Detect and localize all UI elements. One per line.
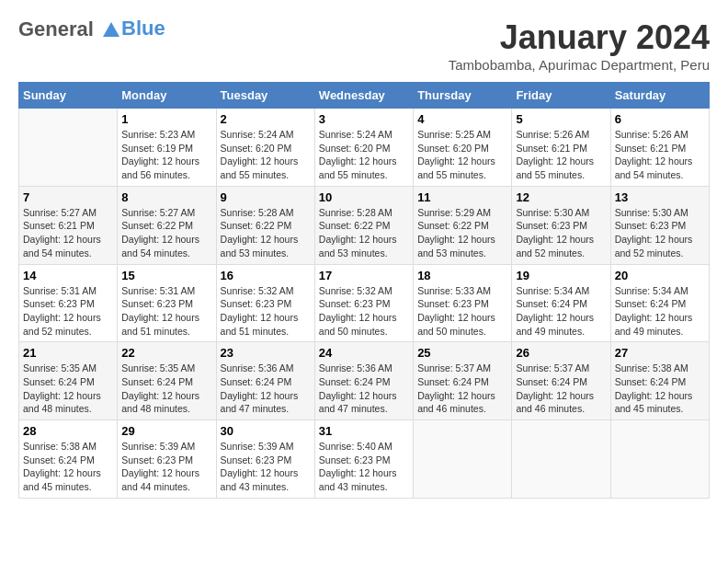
day-number: 28 <box>23 424 113 438</box>
cell-info: Sunrise: 5:26 AMSunset: 6:21 PMDaylight:… <box>516 128 606 182</box>
day-number: 11 <box>417 190 507 204</box>
calendar-cell: 15Sunrise: 5:31 AMSunset: 6:23 PMDayligh… <box>118 264 216 342</box>
calendar-table: SundayMondayTuesdayWednesdayThursdayFrid… <box>18 82 710 499</box>
calendar-cell: 5Sunrise: 5:26 AMSunset: 6:21 PMDaylight… <box>512 109 610 187</box>
calendar-cell <box>610 420 709 499</box>
day-number: 13 <box>615 190 705 204</box>
cell-info: Sunrise: 5:31 AMSunset: 6:23 PMDaylight:… <box>23 284 113 339</box>
calendar-cell: 13Sunrise: 5:30 AMSunset: 6:23 PMDayligh… <box>610 186 709 264</box>
day-number: 29 <box>121 424 211 438</box>
day-number: 8 <box>121 190 211 204</box>
cell-info: Sunrise: 5:30 AMSunset: 6:23 PMDaylight:… <box>615 206 705 260</box>
cell-info: Sunrise: 5:27 AMSunset: 6:21 PMDaylight:… <box>23 206 113 260</box>
day-number: 23 <box>221 346 311 360</box>
calendar-week-1: 1Sunrise: 5:23 AMSunset: 6:19 PMDaylight… <box>19 109 710 187</box>
cell-info: Sunrise: 5:30 AMSunset: 6:23 PMDaylight:… <box>516 206 606 260</box>
cell-info: Sunrise: 5:38 AMSunset: 6:24 PMDaylight:… <box>615 362 705 416</box>
calendar-cell: 16Sunrise: 5:32 AMSunset: 6:23 PMDayligh… <box>216 264 314 342</box>
day-number: 25 <box>417 346 507 360</box>
header-row: SundayMondayTuesdayWednesdayThursdayFrid… <box>19 83 710 109</box>
calendar-cell: 14Sunrise: 5:31 AMSunset: 6:23 PMDayligh… <box>19 264 118 342</box>
calendar-cell: 19Sunrise: 5:34 AMSunset: 6:24 PMDayligh… <box>512 264 610 342</box>
day-number: 3 <box>319 112 409 126</box>
day-number: 22 <box>121 346 211 360</box>
calendar-week-2: 7Sunrise: 5:27 AMSunset: 6:21 PMDaylight… <box>19 186 710 264</box>
calendar-cell: 3Sunrise: 5:24 AMSunset: 6:20 PMDaylight… <box>314 109 413 187</box>
day-number: 6 <box>615 112 705 126</box>
day-number: 5 <box>516 112 606 126</box>
cell-info: Sunrise: 5:36 AMSunset: 6:24 PMDaylight:… <box>221 362 311 416</box>
title-block: January 2024 Tambobamba, Apurimac Depart… <box>449 18 710 73</box>
calendar-cell: 2Sunrise: 5:24 AMSunset: 6:20 PMDaylight… <box>216 109 314 187</box>
cell-info: Sunrise: 5:28 AMSunset: 6:22 PMDaylight:… <box>319 206 409 260</box>
day-number: 18 <box>417 269 507 282</box>
calendar-cell: 1Sunrise: 5:23 AMSunset: 6:19 PMDaylight… <box>118 109 216 187</box>
svg-marker-0 <box>103 22 119 37</box>
day-number: 14 <box>23 269 113 282</box>
day-number: 17 <box>319 269 409 282</box>
calendar-cell: 23Sunrise: 5:36 AMSunset: 6:24 PMDayligh… <box>216 342 314 420</box>
calendar-cell: 28Sunrise: 5:38 AMSunset: 6:24 PMDayligh… <box>19 420 118 499</box>
cell-info: Sunrise: 5:24 AMSunset: 6:20 PMDaylight:… <box>221 128 311 182</box>
calendar-cell <box>512 420 610 499</box>
calendar-cell: 31Sunrise: 5:40 AMSunset: 6:23 PMDayligh… <box>314 420 413 499</box>
month-title: January 2024 <box>449 18 710 57</box>
day-number: 20 <box>615 269 705 282</box>
cell-info: Sunrise: 5:26 AMSunset: 6:21 PMDaylight:… <box>615 128 705 182</box>
cell-info: Sunrise: 5:32 AMSunset: 6:23 PMDaylight:… <box>221 284 311 339</box>
cell-info: Sunrise: 5:31 AMSunset: 6:23 PMDaylight:… <box>121 284 211 339</box>
header-wednesday: Wednesday <box>314 83 413 109</box>
cell-info: Sunrise: 5:33 AMSunset: 6:23 PMDaylight:… <box>417 284 507 339</box>
cell-info: Sunrise: 5:32 AMSunset: 6:23 PMDaylight:… <box>319 284 409 339</box>
calendar-cell: 9Sunrise: 5:28 AMSunset: 6:22 PMDaylight… <box>216 186 314 264</box>
day-number: 4 <box>417 112 507 126</box>
cell-info: Sunrise: 5:37 AMSunset: 6:24 PMDaylight:… <box>516 362 606 416</box>
calendar-cell: 20Sunrise: 5:34 AMSunset: 6:24 PMDayligh… <box>610 264 709 342</box>
day-number: 16 <box>221 269 311 282</box>
cell-info: Sunrise: 5:27 AMSunset: 6:22 PMDaylight:… <box>121 206 211 260</box>
header-sunday: Sunday <box>19 83 118 109</box>
calendar-cell: 10Sunrise: 5:28 AMSunset: 6:22 PMDayligh… <box>314 186 413 264</box>
page-header: General Blue January 2024 Tambobamba, Ap… <box>18 18 710 73</box>
cell-info: Sunrise: 5:36 AMSunset: 6:24 PMDaylight:… <box>319 362 409 416</box>
calendar-cell: 27Sunrise: 5:38 AMSunset: 6:24 PMDayligh… <box>610 342 709 420</box>
cell-info: Sunrise: 5:34 AMSunset: 6:24 PMDaylight:… <box>615 284 705 339</box>
day-number: 10 <box>319 190 409 204</box>
day-number: 31 <box>319 424 409 438</box>
cell-info: Sunrise: 5:25 AMSunset: 6:20 PMDaylight:… <box>417 128 507 182</box>
calendar-cell: 30Sunrise: 5:39 AMSunset: 6:23 PMDayligh… <box>216 420 314 499</box>
header-tuesday: Tuesday <box>216 83 314 109</box>
calendar-cell: 17Sunrise: 5:32 AMSunset: 6:23 PMDayligh… <box>314 264 413 342</box>
calendar-cell <box>19 109 118 187</box>
cell-info: Sunrise: 5:34 AMSunset: 6:24 PMDaylight:… <box>516 284 606 339</box>
calendar-cell: 29Sunrise: 5:39 AMSunset: 6:23 PMDayligh… <box>118 420 216 499</box>
logo-icon <box>101 20 121 40</box>
logo-blue: Blue <box>121 17 165 40</box>
cell-info: Sunrise: 5:38 AMSunset: 6:24 PMDaylight:… <box>23 440 113 494</box>
cell-info: Sunrise: 5:37 AMSunset: 6:24 PMDaylight:… <box>417 362 507 416</box>
cell-info: Sunrise: 5:35 AMSunset: 6:24 PMDaylight:… <box>23 362 113 416</box>
day-number: 1 <box>121 112 211 126</box>
calendar-cell: 24Sunrise: 5:36 AMSunset: 6:24 PMDayligh… <box>314 342 413 420</box>
day-number: 21 <box>23 346 113 360</box>
day-number: 15 <box>121 269 211 282</box>
calendar-cell: 21Sunrise: 5:35 AMSunset: 6:24 PMDayligh… <box>19 342 118 420</box>
header-monday: Monday <box>118 83 216 109</box>
day-number: 7 <box>23 190 113 204</box>
cell-info: Sunrise: 5:28 AMSunset: 6:22 PMDaylight:… <box>221 206 311 260</box>
cell-info: Sunrise: 5:40 AMSunset: 6:23 PMDaylight:… <box>319 440 409 494</box>
calendar-cell: 11Sunrise: 5:29 AMSunset: 6:22 PMDayligh… <box>414 186 512 264</box>
calendar-cell: 8Sunrise: 5:27 AMSunset: 6:22 PMDaylight… <box>118 186 216 264</box>
calendar-cell: 6Sunrise: 5:26 AMSunset: 6:21 PMDaylight… <box>610 109 709 187</box>
day-number: 24 <box>319 346 409 360</box>
calendar-cell: 12Sunrise: 5:30 AMSunset: 6:23 PMDayligh… <box>512 186 610 264</box>
calendar-week-4: 21Sunrise: 5:35 AMSunset: 6:24 PMDayligh… <box>19 342 710 420</box>
day-number: 27 <box>615 346 705 360</box>
logo-general: General <box>18 17 94 40</box>
calendar-cell: 7Sunrise: 5:27 AMSunset: 6:21 PMDaylight… <box>19 186 118 264</box>
day-number: 19 <box>516 269 606 282</box>
cell-info: Sunrise: 5:24 AMSunset: 6:20 PMDaylight:… <box>319 128 409 182</box>
calendar-week-3: 14Sunrise: 5:31 AMSunset: 6:23 PMDayligh… <box>19 264 710 342</box>
day-number: 9 <box>221 190 311 204</box>
header-friday: Friday <box>512 83 610 109</box>
